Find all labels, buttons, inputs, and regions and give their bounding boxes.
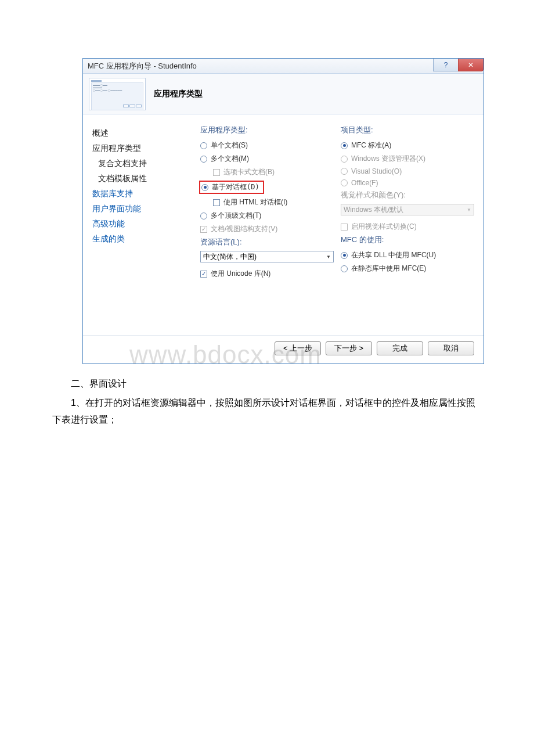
style-label: 视觉样式和颜色(Y): bbox=[341, 190, 474, 200]
sidebar-item-overview[interactable]: 概述 bbox=[89, 126, 193, 141]
radio-icon bbox=[341, 179, 348, 186]
radio-multi-doc[interactable]: 多个文档(M) bbox=[200, 152, 334, 165]
radio-single-doc[interactable]: 单个文档(S) bbox=[200, 139, 334, 152]
wizard-header: ▬▬▬ ▢▬▬▬▬▬▬▢▬▬ ▢▬▬ ▢▬▬▬▬▬ 应用程序类型 bbox=[83, 74, 484, 114]
radio-top-level[interactable]: 多个顶级文档(T) bbox=[200, 209, 334, 222]
radio-dialog-based-row[interactable]: 基于对话框(D) bbox=[200, 179, 334, 196]
checkbox-icon bbox=[213, 169, 220, 176]
section-heading: 二、界面设计 bbox=[52, 376, 482, 393]
cancel-button[interactable]: 取消 bbox=[428, 341, 474, 355]
next-button[interactable]: 下一步 > bbox=[326, 341, 372, 355]
radio-visual-studio: Visual Studio(O) bbox=[341, 165, 474, 177]
wizard-sidebar: 概述 应用程序类型 复合文档支持 文档模板属性 数据库支持 用户界面功能 高级功… bbox=[89, 124, 193, 320]
sidebar-item-genclasses[interactable]: 生成的类 bbox=[89, 232, 193, 247]
sidebar-item-database[interactable]: 数据库支持 bbox=[89, 186, 193, 201]
right-column: 项目类型: MFC 标准(A) Windows 资源管理器(X) Visual … bbox=[337, 124, 478, 320]
check-use-html[interactable]: 使用 HTML 对话框(I) bbox=[200, 196, 334, 209]
radio-icon bbox=[341, 156, 348, 163]
help-button[interactable]: ? bbox=[433, 59, 459, 71]
wizard-page-title: 应用程序类型 bbox=[154, 89, 203, 99]
chevron-down-icon: ▼ bbox=[326, 254, 331, 260]
finish-button[interactable]: 完成 bbox=[377, 341, 423, 355]
radio-office: Office(F) bbox=[341, 177, 474, 189]
sidebar-item-compound[interactable]: 复合文档支持 bbox=[89, 156, 193, 171]
sidebar-item-doctemplate[interactable]: 文档模板属性 bbox=[89, 171, 193, 186]
back-button[interactable]: < 上一步 bbox=[275, 341, 321, 355]
close-button[interactable]: ✕ bbox=[458, 59, 484, 71]
radio-icon bbox=[201, 184, 208, 191]
radio-icon bbox=[200, 213, 207, 219]
highlight-box: 基于对话框(D) bbox=[199, 181, 264, 194]
document-text: 二、界面设计 1、在打开的对话框资源编辑器中，按照如图所示设计对话框界面，对话框… bbox=[0, 364, 534, 428]
window-title: MFC 应用程序向导 - StudentInfo bbox=[88, 61, 197, 71]
res-lang-combo[interactable]: 中文(简体，中国) ▼ bbox=[200, 251, 334, 262]
close-icon: ✕ bbox=[468, 61, 474, 69]
checkbox-icon bbox=[213, 199, 220, 206]
radio-mfc-std[interactable]: MFC 标准(A) bbox=[341, 139, 474, 152]
res-lang-label: 资源语言(L): bbox=[200, 237, 334, 247]
check-style-switch: 启用视觉样式切换(C) bbox=[341, 220, 474, 233]
radio-icon bbox=[341, 168, 348, 175]
radio-icon bbox=[200, 142, 207, 149]
left-column: 应用程序类型: 单个文档(S) 多个文档(M) 选项卡式文档(B) bbox=[197, 124, 337, 320]
radio-icon bbox=[341, 252, 348, 259]
style-combo: Windows 本机/默认 ▼ bbox=[341, 204, 474, 215]
sidebar-item-apptype[interactable]: 应用程序类型 bbox=[89, 141, 193, 156]
radio-icon bbox=[200, 156, 207, 163]
app-type-label: 应用程序类型: bbox=[200, 125, 334, 135]
checkbox-icon bbox=[341, 224, 348, 231]
titlebar: MFC 应用程序向导 - StudentInfo ? ✕ bbox=[83, 59, 484, 74]
checkbox-icon bbox=[200, 271, 207, 278]
radio-shared-dll[interactable]: 在共享 DLL 中使用 MFC(U) bbox=[341, 249, 474, 262]
wizard-footer: www.bdocx.com < 上一步 下一步 > 完成 取消 bbox=[83, 335, 484, 363]
radio-icon bbox=[341, 142, 348, 149]
wizard-thumbnail: ▬▬▬ ▢▬▬▬▬▬▬▢▬▬ ▢▬▬ ▢▬▬▬▬▬ bbox=[89, 78, 146, 110]
check-tabbed-doc: 选项卡式文档(B) bbox=[200, 165, 334, 179]
chevron-down-icon: ▼ bbox=[467, 207, 471, 213]
section-para: 1、在打开的对话框资源编辑器中，按照如图所示设计对话框界面，对话框中的控件及相应… bbox=[52, 395, 482, 429]
help-icon: ? bbox=[444, 61, 448, 69]
mfc-use-label: MFC 的使用: bbox=[341, 235, 474, 245]
check-unicode[interactable]: 使用 Unicode 库(N) bbox=[200, 267, 334, 280]
radio-win-explorer: Windows 资源管理器(X) bbox=[341, 152, 474, 165]
wizard-dialog: MFC 应用程序向导 - StudentInfo ? ✕ ▬▬▬ ▢▬▬▬▬▬▬… bbox=[82, 58, 484, 364]
check-doc-view: 文档/视图结构支持(V) bbox=[200, 222, 334, 236]
proj-type-label: 项目类型: bbox=[341, 125, 474, 135]
sidebar-item-ui[interactable]: 用户界面功能 bbox=[89, 201, 193, 217]
checkbox-icon bbox=[200, 226, 207, 233]
radio-static-lib[interactable]: 在静态库中使用 MFC(E) bbox=[341, 262, 474, 275]
radio-icon bbox=[341, 265, 348, 272]
sidebar-item-advanced[interactable]: 高级功能 bbox=[89, 217, 193, 232]
